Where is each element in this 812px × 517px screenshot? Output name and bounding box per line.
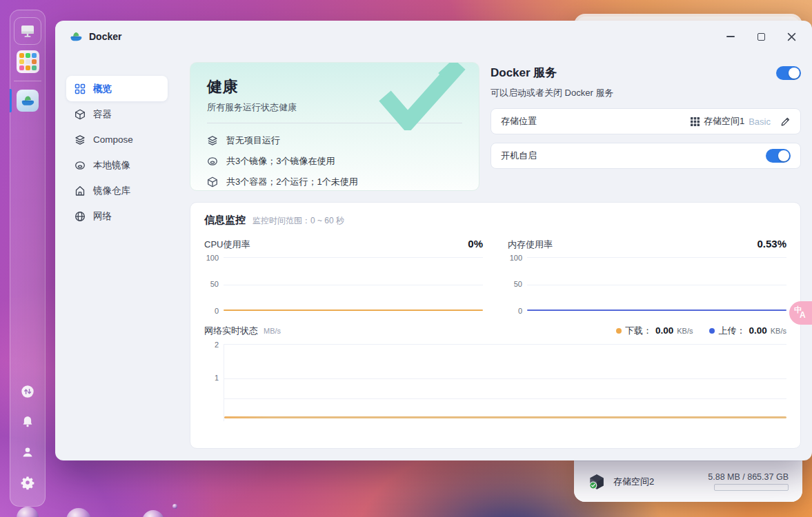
sidebar-item-label: 网络 [93, 210, 112, 223]
axis-tick: 100 [510, 254, 522, 262]
autostart-row: 开机自启 [491, 143, 801, 169]
maximize-icon [757, 33, 765, 41]
layers-icon [207, 135, 218, 146]
settings-gear-icon[interactable] [14, 469, 41, 496]
health-item-images: 共3个镜像；3个镜像在使用 [207, 151, 462, 172]
cpu-current-value: 0% [468, 238, 483, 250]
maximize-button[interactable] [746, 24, 776, 49]
docker-whale-icon [17, 90, 39, 112]
sidebar: 概览 容器 [55, 52, 176, 460]
titlebar[interactable]: Docker [55, 21, 812, 52]
sidebar-item-local-images[interactable]: 本地镜像 [66, 152, 168, 178]
sidebar-item-label: 概览 [93, 83, 112, 95]
grid-icon [75, 83, 86, 94]
notifications-bell-icon[interactable] [14, 408, 41, 436]
service-subtitle: 可以启动或者关闭 Docker 服务 [491, 87, 801, 99]
monitor-title: 信息监控 [204, 214, 246, 227]
axis-tick: 2 [215, 341, 219, 349]
autostart-label: 开机自启 [501, 150, 537, 162]
network-data-line [224, 416, 786, 418]
storage-cube-icon [588, 473, 606, 491]
autostart-toggle[interactable] [766, 149, 791, 163]
dock-docker-app-icon[interactable] [14, 87, 41, 114]
legend-unit: KB/s [677, 327, 693, 335]
dock-bottom-group [14, 376, 41, 498]
axis-tick: 100 [206, 254, 219, 262]
cube-icon [75, 109, 86, 120]
edit-storage-button[interactable] [780, 116, 791, 127]
cpu-data-line [224, 310, 483, 311]
network-unit-label: MB/s [264, 327, 281, 335]
storage-grid-icon [691, 117, 700, 126]
sidebar-item-compose[interactable]: Compose [66, 127, 168, 152]
sidebar-item-registry[interactable]: 镜像仓库 [66, 178, 168, 203]
app-grid-icon [17, 50, 39, 73]
storage-widget-row[interactable]: 存储空间2 5.88 MB / 865.37 GB [574, 460, 802, 502]
memory-data-line [527, 310, 786, 311]
upload-dot-icon [709, 328, 715, 334]
health-card: 健康 所有服务运行状态健康 暂无项目运行 [190, 62, 479, 191]
docker-window: Docker [55, 21, 812, 460]
docker-service-panel: Docker 服务 可以启动或者关闭 Docker 服务 存储位置 [491, 62, 801, 191]
health-title: 健康 [207, 77, 462, 97]
memory-plot-area [527, 257, 786, 311]
desktop-monitor-icon[interactable] [14, 17, 41, 45]
storage-location-row: 存储位置 存储空间1 Basic [491, 108, 801, 134]
download-dot-icon [616, 328, 622, 334]
legend-upload: 上传： 0.00 KB/s [709, 325, 786, 337]
health-item-text: 共3个镜像；3个镜像在使用 [226, 155, 335, 168]
close-icon [787, 32, 796, 41]
minimize-icon [726, 36, 735, 37]
docker-whale-icon [69, 30, 83, 43]
memory-current-value: 0.53% [757, 238, 786, 250]
docker-service-toggle[interactable] [776, 66, 801, 80]
user-icon[interactable] [14, 438, 41, 466]
monitor-card: 信息监控 监控时间范围：0 ~ 60 秒 CPU使用率 0% [190, 202, 801, 449]
ime-en-glyph: A [800, 310, 806, 320]
memory-chart-label: 内存使用率 [508, 239, 553, 251]
service-title: Docker 服务 [491, 65, 557, 81]
memory-chart-block: 内存使用率 0.53% 100 50 0 [508, 238, 786, 311]
app-launcher-icon[interactable] [14, 48, 41, 75]
divider [207, 123, 462, 123]
disc-icon [207, 156, 218, 167]
dock [10, 10, 46, 507]
disc-icon [75, 160, 86, 171]
sidebar-item-overview[interactable]: 概览 [66, 76, 168, 101]
sidebar-item-containers[interactable]: 容器 [66, 101, 168, 127]
close-button[interactable] [776, 24, 806, 49]
monitor-range-label: 监控时间范围：0 ~ 60 秒 [252, 215, 344, 227]
layers-icon [75, 134, 86, 145]
ime-language-bubble[interactable]: 中 A [789, 301, 812, 325]
sidebar-item-label: 本地镜像 [93, 159, 130, 172]
home-icon [75, 185, 86, 196]
health-item-text: 共3个容器；2个运行；1个未使用 [226, 176, 358, 188]
sidebar-item-network[interactable]: 网络 [66, 203, 168, 229]
axis-tick: 50 [514, 280, 522, 288]
content-area: 健康 所有服务运行状态健康 暂无项目运行 [176, 52, 812, 460]
transfer-icon[interactable] [14, 378, 41, 405]
memory-chart: 100 50 0 [508, 257, 786, 311]
wallpaper-sphere [142, 510, 164, 517]
storage-usage-bar [714, 484, 789, 491]
toggle-knob [789, 68, 800, 79]
sidebar-item-label: Compose [93, 134, 133, 145]
storage-location-value: 存储空间1 [704, 115, 744, 128]
storage-widget-name: 存储空间2 [613, 476, 654, 488]
wallpaper-sphere [172, 504, 177, 509]
storage-usage-text: 5.88 MB / 865.37 GB [708, 472, 789, 482]
axis-tick: 0 [215, 307, 219, 315]
cpu-plot-area [224, 257, 483, 311]
storage-basic-badge: Basic [749, 116, 771, 127]
gridline [527, 285, 786, 285]
legend-name: 上传： [718, 325, 745, 337]
minimize-button[interactable] [715, 24, 746, 49]
health-subtitle: 所有服务运行状态健康 [207, 101, 462, 114]
gridline [224, 378, 786, 379]
axis-tick: 1 [215, 374, 219, 382]
gridline [224, 398, 786, 399]
legend-name: 下载： [625, 325, 652, 337]
window-title: Docker [89, 31, 121, 42]
legend-value: 0.00 [655, 325, 673, 336]
legend-unit: KB/s [771, 327, 786, 335]
